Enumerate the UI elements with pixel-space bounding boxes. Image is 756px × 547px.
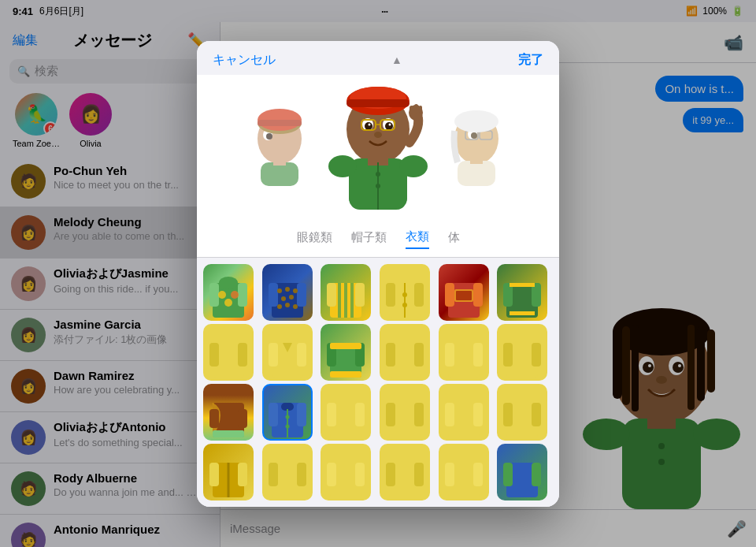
svg-rect-159 [445, 463, 454, 486]
svg-point-75 [281, 296, 286, 301]
svg-rect-118 [473, 343, 483, 367]
svg-rect-107 [297, 343, 306, 367]
svg-point-74 [293, 288, 298, 293]
svg-point-56 [471, 132, 477, 139]
svg-point-68 [224, 299, 232, 307]
svg-rect-106 [269, 343, 278, 367]
svg-rect-146 [209, 463, 219, 486]
svg-rect-94 [473, 283, 483, 307]
modal-preview-area [197, 75, 559, 221]
svg-point-91 [402, 303, 407, 307]
clothing-item-13[interactable] [203, 384, 254, 441]
svg-rect-153 [327, 463, 336, 486]
svg-rect-112 [330, 343, 361, 349]
clothing-item-2[interactable] [262, 264, 313, 321]
clothing-item-15[interactable] [321, 384, 371, 441]
clothing-item-12[interactable] [497, 324, 547, 381]
modal-overlay[interactable]: キャンセル ▲ 完了 [0, 0, 756, 547]
svg-point-66 [218, 291, 226, 299]
svg-point-63 [219, 277, 238, 289]
svg-point-52 [376, 172, 380, 177]
svg-rect-162 [503, 463, 513, 486]
svg-point-49 [399, 155, 428, 177]
svg-rect-100 [510, 283, 535, 287]
svg-rect-154 [355, 463, 365, 486]
svg-rect-157 [414, 463, 424, 486]
clothing-item-21[interactable] [321, 444, 371, 500]
svg-rect-143 [503, 403, 513, 426]
svg-rect-151 [297, 463, 306, 486]
svg-point-132 [285, 424, 289, 428]
svg-rect-123 [213, 430, 244, 437]
preview-side-left [248, 107, 311, 186]
clothing-item-9[interactable] [321, 324, 371, 381]
svg-rect-64 [209, 283, 219, 307]
tab-hats[interactable]: 帽子類 [351, 230, 387, 248]
tab-clothing[interactable]: 衣類 [406, 229, 429, 249]
modal-title: ▲ [391, 54, 402, 66]
svg-rect-115 [414, 343, 424, 367]
clothing-item-22[interactable] [380, 444, 430, 500]
tab-body[interactable]: 体 [448, 230, 460, 248]
clothing-item-11[interactable] [439, 324, 489, 381]
svg-rect-26 [258, 120, 302, 126]
modal-header: キャンセル ▲ 完了 [197, 41, 559, 75]
clothing-item-20[interactable] [262, 444, 313, 500]
svg-rect-87 [386, 283, 395, 307]
svg-rect-82 [355, 283, 365, 307]
clothing-item-19[interactable] [203, 444, 254, 500]
svg-rect-101 [510, 311, 535, 315]
clothing-item-16[interactable] [380, 384, 430, 441]
svg-point-33 [385, 122, 393, 130]
svg-rect-84 [344, 283, 347, 318]
svg-rect-128 [297, 403, 306, 426]
done-button[interactable]: 完了 [518, 52, 543, 69]
svg-point-48 [328, 155, 357, 177]
clothing-item-7[interactable] [203, 324, 254, 381]
svg-rect-71 [297, 283, 306, 307]
svg-rect-134 [327, 403, 336, 426]
cancel-button[interactable]: キャンセル [213, 52, 276, 69]
clothing-item-24[interactable] [497, 444, 547, 500]
svg-point-72 [277, 288, 282, 293]
svg-point-53 [376, 184, 380, 188]
svg-rect-138 [414, 403, 424, 426]
clothing-item-1[interactable] [203, 264, 254, 321]
svg-rect-81 [327, 283, 336, 307]
svg-rect-147 [238, 463, 247, 486]
clothing-item-10[interactable] [380, 324, 430, 381]
svg-rect-28 [273, 156, 286, 166]
clothing-item-8[interactable] [262, 324, 313, 381]
clothing-item-6[interactable] [497, 264, 547, 321]
clothing-item-5[interactable] [439, 264, 489, 321]
svg-point-77 [277, 304, 282, 309]
svg-point-131 [285, 415, 289, 419]
clothing-grid [197, 258, 559, 507]
svg-point-23 [266, 133, 272, 140]
svg-rect-125 [238, 409, 247, 428]
clothing-item-18[interactable] [497, 384, 547, 441]
svg-rect-104 [238, 343, 247, 367]
svg-point-79 [293, 304, 298, 309]
svg-point-76 [289, 295, 294, 300]
svg-rect-127 [269, 403, 278, 426]
clothing-item-17[interactable] [439, 384, 489, 441]
svg-rect-42 [346, 99, 410, 107]
svg-rect-61 [470, 154, 483, 164]
svg-rect-120 [503, 343, 513, 367]
svg-point-73 [285, 287, 290, 292]
svg-rect-88 [414, 283, 424, 307]
svg-rect-144 [532, 403, 541, 426]
svg-rect-45 [414, 104, 418, 113]
memoji-editor-modal: キャンセル ▲ 完了 [197, 41, 559, 507]
svg-point-35 [389, 123, 391, 125]
svg-rect-65 [238, 283, 247, 307]
svg-rect-60 [458, 161, 495, 186]
tab-glasses[interactable]: 眼鏡類 [297, 230, 332, 248]
clothing-item-23[interactable] [439, 444, 489, 500]
svg-rect-114 [386, 343, 395, 367]
clothing-item-14[interactable] [262, 384, 313, 441]
clothing-item-3[interactable] [321, 264, 371, 321]
clothing-item-4[interactable] [380, 264, 430, 321]
svg-point-32 [365, 122, 372, 130]
